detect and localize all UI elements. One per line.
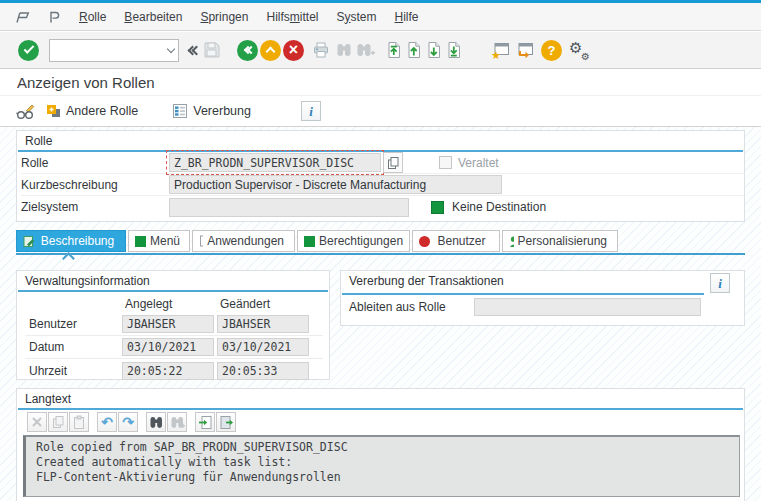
short-description-row: Kurzbeschreibung Production Supervisor -… <box>21 174 744 196</box>
standard-toolbar: × ★ ? ⚙⚙ <box>0 32 761 69</box>
target-system-row: Zielsystem Keine Destination <box>21 196 744 218</box>
next-page-button[interactable] <box>425 41 443 59</box>
longtext-group-box: Langtext ↶ ↷ <box>16 388 745 501</box>
text-find-next-button[interactable] <box>167 412 187 432</box>
created-user-field[interactable]: JBAHSER <box>122 315 214 333</box>
help-button[interactable]: ? <box>541 40 562 61</box>
menu-rolle[interactable]: Rolle <box>70 10 115 24</box>
destination-status-led <box>431 201 444 214</box>
tab-personalisierung[interactable]: Personalisierung <box>502 230 618 252</box>
longtext-title: Langtext <box>17 389 744 408</box>
other-role-button[interactable]: Andere Rolle <box>45 103 138 119</box>
session-menu-icon[interactable] <box>14 8 32 26</box>
find-next-button[interactable] <box>355 41 375 59</box>
paste-button[interactable] <box>69 412 89 432</box>
menu-bearbeiten[interactable]: Bearbeiten <box>115 10 191 24</box>
derive-from-role-row: Ableiten aus Rolle <box>349 295 744 319</box>
save-button[interactable] <box>203 41 221 59</box>
users-status-led <box>419 236 430 247</box>
obsolete-label: Veraltet <box>458 156 499 170</box>
tab-beschreibung[interactable]: Beschreibung <box>16 230 126 252</box>
short-description-field[interactable]: Production Supervisor - Discrete Manufac… <box>169 175 502 194</box>
info-button[interactable]: i <box>301 101 321 121</box>
changed-date-field[interactable]: 03/10/2021 <box>217 338 309 356</box>
tab-benutzer[interactable]: Benutzer <box>412 230 500 252</box>
tab-strip: Beschreibung Menü Anwendungen Berechtigu… <box>16 230 620 252</box>
other-role-label: Andere Rolle <box>66 104 138 118</box>
enter-button[interactable] <box>18 40 39 61</box>
save-icon <box>203 41 221 59</box>
inheritance-button[interactable]: Vererbung <box>172 103 251 119</box>
created-date-field[interactable]: 03/10/2021 <box>122 338 214 356</box>
created-column-header: Angelegt <box>122 297 214 311</box>
page-first-icon <box>385 41 403 59</box>
gui-options-icon[interactable] <box>44 8 62 26</box>
display-change-button[interactable] <box>16 102 36 120</box>
download-text-button[interactable] <box>216 412 236 432</box>
new-session-icon: ★ <box>491 41 511 60</box>
menu-system[interactable]: System <box>328 10 386 24</box>
back-icon <box>237 40 258 61</box>
menu-springen[interactable]: Springen <box>191 10 257 24</box>
last-page-button[interactable] <box>445 41 463 59</box>
back-button[interactable] <box>237 40 258 61</box>
cut-icon <box>30 415 44 429</box>
customize-layout-button[interactable]: ⚙⚙ <box>569 40 589 60</box>
created-time-field[interactable]: 20:05:22 <box>122 362 214 380</box>
page-up-icon <box>405 41 423 59</box>
obsolete-checkbox[interactable] <box>439 156 452 169</box>
role-group-title: Rolle <box>17 131 744 150</box>
target-system-field[interactable] <box>169 198 409 217</box>
create-shortcut-button[interactable] <box>515 41 535 60</box>
menu-hilfe[interactable]: Hilfe <box>386 10 428 24</box>
find-button[interactable] <box>335 41 353 59</box>
menu-hilfsmittel[interactable]: Hilfsmittel <box>257 10 327 24</box>
copy-button[interactable] <box>48 412 68 432</box>
description-icon <box>23 235 36 248</box>
other-role-icon <box>45 103 61 119</box>
collapse-toolbar-button[interactable] <box>189 47 197 54</box>
table-row: Uhrzeit 20:05:22 20:05:33 <box>25 359 323 382</box>
role-field-row: Rolle Z_BR_PRODN_SUPERVISOR_DISC Veralte… <box>21 152 744 174</box>
tab-strip-rule <box>16 253 745 255</box>
glasses-pencil-icon <box>16 102 36 120</box>
application-toolbar: Andere Rolle Vererbung i <box>0 96 761 127</box>
print-button[interactable] <box>312 41 330 59</box>
exit-button[interactable] <box>260 40 281 61</box>
upload-text-button[interactable] <box>195 412 215 432</box>
longtext-line: Role copied from SAP_BR_PRODN_SUPERVISOR… <box>36 440 729 455</box>
chevron-down-icon[interactable] <box>167 44 175 52</box>
changed-time-field[interactable]: 20:05:33 <box>217 362 309 380</box>
undo-button[interactable]: ↶ <box>97 412 117 432</box>
tab-menue[interactable]: Menü <box>128 230 190 252</box>
page-last-icon <box>445 41 463 59</box>
tab-berechtigungen[interactable]: Berechtigungen <box>297 230 410 252</box>
text-find-button[interactable] <box>146 412 166 432</box>
svg-text:★: ★ <box>491 49 501 60</box>
command-input[interactable] <box>54 43 168 57</box>
inheritance-group-box: Vererbung der Transaktionen i Ableiten a… <box>340 270 745 326</box>
cut-button[interactable] <box>27 412 47 432</box>
inheritance-info-button[interactable]: i <box>710 273 730 293</box>
role-copy-button[interactable] <box>383 152 403 173</box>
undo-icon: ↶ <box>101 415 113 429</box>
copy-icon <box>51 415 65 429</box>
longtext-toolbar: ↶ ↷ <box>27 412 744 432</box>
new-session-button[interactable]: ★ <box>491 41 511 60</box>
first-page-button[interactable] <box>385 41 403 59</box>
command-field[interactable] <box>49 39 179 62</box>
page-down-icon <box>425 41 443 59</box>
previous-page-button[interactable] <box>405 41 423 59</box>
role-name-field[interactable]: Z_BR_PRODN_SUPERVISOR_DISC <box>169 153 381 172</box>
tab-anwendungen[interactable]: Anwendungen <box>192 230 295 252</box>
info-icon: i <box>718 277 722 290</box>
derive-from-role-field[interactable] <box>474 298 701 316</box>
changed-user-field[interactable]: JBAHSER <box>217 315 309 333</box>
derive-from-role-label: Ableiten aus Rolle <box>349 300 474 314</box>
redo-button[interactable]: ↷ <box>118 412 138 432</box>
double-chevron-left-icon <box>189 47 197 54</box>
role-field-label: Rolle <box>21 156 169 170</box>
cancel-button[interactable]: × <box>283 40 304 61</box>
longtext-textarea[interactable]: Role copied from SAP_BR_PRODN_SUPERVISOR… <box>23 435 740 497</box>
destination-status-text: Keine Destination <box>452 200 546 214</box>
